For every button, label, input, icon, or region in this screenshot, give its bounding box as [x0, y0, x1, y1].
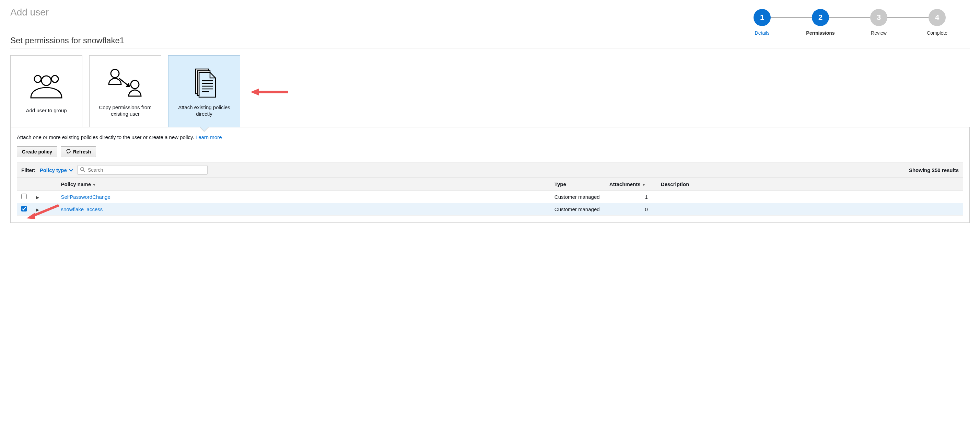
expand-caret-icon[interactable]: ▶ — [36, 208, 39, 212]
col-policy-name[interactable]: Policy name▼ — [58, 178, 552, 191]
table-row[interactable]: ▶ snowflake_access Customer managed 0 — [17, 203, 963, 216]
filter-bar: Filter: Policy type Showing 250 results — [17, 162, 963, 177]
policy-description — [658, 191, 963, 203]
create-policy-button[interactable]: Create policy — [17, 146, 57, 157]
learn-more-link[interactable]: Learn more — [196, 134, 222, 140]
page-title: Add user — [10, 7, 49, 18]
col-attachments[interactable]: Attachments▼ — [607, 178, 658, 191]
col-icon — [45, 178, 58, 191]
search-icon — [80, 167, 85, 173]
card-label: Add user to group — [26, 107, 67, 114]
card-attach-policies[interactable]: Attach existing policies directly — [168, 55, 240, 128]
search-input[interactable] — [77, 165, 208, 175]
search-input-wrap — [77, 165, 208, 175]
card-label: Copy permissions from existing user — [93, 104, 158, 117]
card-add-user-to-group[interactable]: Add user to group — [10, 55, 82, 128]
wizard-step-label: Complete — [908, 30, 966, 36]
chevron-down-icon — [69, 167, 73, 173]
copy-user-icon — [105, 65, 146, 100]
policy-name-link[interactable]: snowflake_access — [61, 206, 103, 212]
card-label: Attach existing policies directly — [172, 104, 236, 117]
wizard-step-label: Details — [733, 30, 791, 36]
wizard-step-number: 1 — [754, 9, 771, 26]
table-row[interactable]: ▶ SelfPasswordChange Customer managed 1 — [17, 191, 963, 203]
svg-point-4 — [131, 80, 139, 89]
svg-point-2 — [41, 76, 51, 86]
row-checkbox[interactable] — [21, 206, 27, 211]
svg-point-3 — [111, 69, 119, 78]
refresh-icon — [66, 148, 71, 155]
policy-table: Policy name▼ Type Attachments▼ Descripti… — [17, 177, 963, 216]
svg-point-14 — [81, 168, 84, 171]
filter-label: Filter: — [21, 167, 36, 173]
wizard-step-number: 3 — [870, 9, 887, 26]
wizard-step-review: 3 Review — [850, 9, 908, 36]
policy-name-link[interactable]: SelfPasswordChange — [61, 194, 110, 200]
policy-attachments: 0 — [607, 203, 658, 216]
results-count: Showing 250 results — [909, 167, 959, 173]
policy-type: Customer managed — [552, 203, 607, 216]
refresh-label: Refresh — [73, 149, 91, 155]
svg-point-1 — [51, 75, 58, 82]
svg-point-0 — [34, 75, 41, 82]
wizard-steps: 1 Details 2 Permissions 3 Review 4 Compl… — [733, 9, 970, 36]
refresh-button[interactable]: Refresh — [61, 146, 96, 157]
panel-intro: Attach one or more existing policies dir… — [17, 134, 963, 140]
col-description[interactable]: Description — [658, 178, 963, 191]
policy-type-dropdown[interactable]: Policy type — [40, 167, 73, 173]
policies-panel: Attach one or more existing policies dir… — [10, 127, 970, 223]
wizard-step-label: Review — [850, 30, 908, 36]
card-copy-permissions[interactable]: Copy permissions from existing user — [89, 55, 161, 128]
section-heading: Set permissions for snowflake1 — [10, 36, 970, 48]
wizard-step-label: Permissions — [791, 30, 850, 36]
policy-type: Customer managed — [552, 191, 607, 203]
document-stack-icon — [189, 65, 220, 100]
sort-caret-icon: ▼ — [92, 183, 96, 187]
wizard-step-complete: 4 Complete — [908, 9, 966, 36]
wizard-step-permissions[interactable]: 2 Permissions — [791, 9, 850, 36]
wizard-step-number: 4 — [929, 9, 946, 26]
policy-attachments: 1 — [607, 191, 658, 203]
policy-type-label: Policy type — [40, 167, 67, 173]
expand-caret-icon[interactable]: ▶ — [36, 195, 39, 200]
policy-description — [658, 203, 963, 216]
col-type[interactable]: Type — [552, 178, 607, 191]
group-icon — [27, 69, 65, 103]
wizard-step-details[interactable]: 1 Details — [733, 9, 791, 36]
row-checkbox[interactable] — [21, 194, 27, 199]
col-expand — [31, 178, 45, 191]
panel-intro-text: Attach one or more existing policies dir… — [17, 134, 196, 140]
svg-line-15 — [83, 170, 85, 172]
sort-caret-icon: ▼ — [642, 183, 646, 187]
col-checkbox — [17, 178, 31, 191]
wizard-step-number: 2 — [812, 9, 829, 26]
